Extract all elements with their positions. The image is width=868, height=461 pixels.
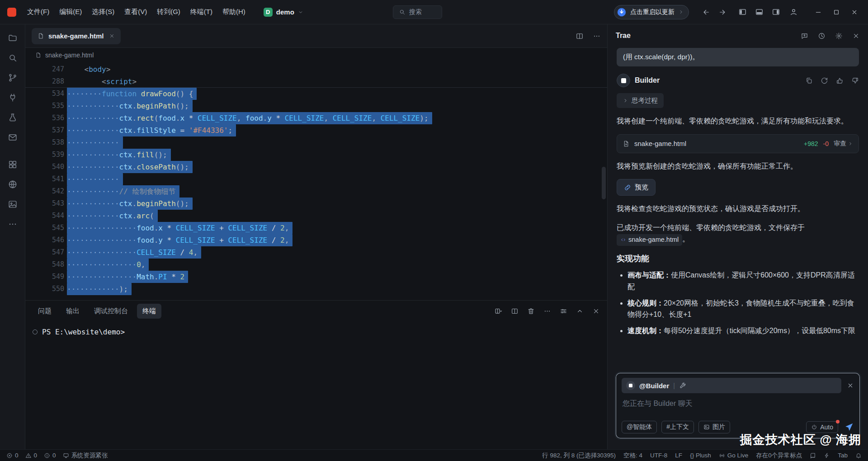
input-placeholder[interactable]: 您正在与 Builder 聊天	[623, 399, 853, 409]
menu-item[interactable]: 终端(T)	[186, 5, 217, 19]
statusbar-item[interactable]: {} Plush	[690, 452, 711, 459]
line-number[interactable]: 536	[25, 112, 64, 124]
mention-pill[interactable]: @Builder |	[622, 378, 841, 393]
code-line-542[interactable]: 542············// 绘制食物细节	[25, 185, 607, 198]
code-line-535[interactable]: 535············ctx.beginPath();	[25, 100, 607, 112]
send-icon[interactable]	[844, 422, 854, 432]
statusbar-item[interactable]: 空格: 4	[623, 452, 642, 460]
code-line-543[interactable]: 543············ctx.beginPath();	[25, 198, 607, 210]
problems-errors[interactable]: 0	[6, 452, 19, 459]
line-number[interactable]: 247	[25, 63, 64, 75]
statusbar-item[interactable]: Tab	[838, 452, 848, 459]
line-number[interactable]: 541	[25, 173, 64, 185]
code-line-539[interactable]: 539············ctx.fill();	[25, 149, 607, 161]
preview-button[interactable]: 预览	[617, 179, 656, 196]
line-number[interactable]: 535	[25, 100, 64, 112]
code-line-544[interactable]: 544············ctx.arc(	[25, 210, 607, 222]
line-number[interactable]: 534	[25, 88, 64, 100]
toggle-left-sidebar-icon[interactable]	[735, 8, 750, 16]
filter-icon[interactable]	[560, 307, 567, 315]
tools-wrench-icon[interactable]	[679, 382, 686, 389]
thumbs-down-icon[interactable]	[851, 77, 859, 85]
activitybar-explorer-icon[interactable]	[2, 28, 23, 48]
code-editor[interactable]: 247 <body>288 <script>534········functio…	[25, 62, 607, 300]
activitybar-extensions-icon[interactable]	[2, 155, 23, 174]
line-number[interactable]: 545	[25, 222, 64, 234]
toggle-bottom-panel-icon[interactable]	[752, 8, 767, 16]
statusbar-item[interactable]: Go Live	[719, 452, 749, 459]
activitybar-globe-icon[interactable]	[2, 174, 23, 194]
menu-item[interactable]: 选择(S)	[87, 5, 119, 19]
sticky-line-247[interactable]: 247 <body>	[25, 63, 607, 75]
breadcrumb[interactable]: snake-game.html	[25, 48, 607, 62]
split-editor-icon[interactable]	[576, 32, 584, 40]
code-line-547[interactable]: 547················CELL_SIZE / 4,	[25, 246, 607, 259]
line-number[interactable]: 546	[25, 234, 64, 246]
menu-item[interactable]: 文件(F)	[23, 5, 54, 19]
more-actions-icon[interactable]	[543, 307, 551, 315]
copy-icon[interactable]	[805, 77, 813, 85]
review-link[interactable]: 审查	[834, 140, 853, 148]
editor-scrollbar[interactable]	[602, 167, 606, 199]
split-terminal-icon[interactable]	[511, 307, 519, 315]
clear-mention-icon[interactable]	[847, 382, 854, 389]
toggle-right-sidebar-icon[interactable]	[769, 8, 783, 16]
inline-file-chip[interactable]: snake-game.html	[617, 234, 682, 246]
close-chat-icon[interactable]	[852, 32, 860, 40]
activitybar-mail-icon[interactable]	[2, 127, 23, 147]
statusbar-item[interactable]: 存在0个异常标点	[756, 452, 802, 460]
line-number[interactable]: 548	[25, 259, 64, 271]
line-number[interactable]: 539	[25, 149, 64, 161]
thinking-process-toggle[interactable]: 思考过程	[617, 93, 664, 108]
menu-item[interactable]: 编辑(E)	[55, 5, 86, 19]
forward-button[interactable]	[714, 8, 731, 16]
line-number[interactable]: 549	[25, 271, 64, 283]
input-chip[interactable]: 图片	[698, 421, 730, 433]
kill-terminal-icon[interactable]	[527, 307, 535, 315]
input-chip[interactable]: #上下文	[661, 421, 694, 433]
close-panel-icon[interactable]	[592, 307, 600, 315]
settings-gear-icon[interactable]	[835, 32, 843, 40]
activitybar-search-icon[interactable]	[2, 48, 23, 68]
global-search[interactable]: 搜索	[393, 5, 442, 19]
statusbar-item[interactable]	[824, 452, 830, 459]
account-icon[interactable]	[785, 8, 802, 16]
code-line-540[interactable]: 540············ctx.closePath();	[25, 161, 607, 173]
back-button[interactable]	[698, 8, 714, 16]
menu-item[interactable]: 转到(G)	[152, 5, 185, 19]
code-line-545[interactable]: 545················food.x * CELL_SIZE + …	[25, 222, 607, 234]
panel-tab-问题[interactable]: 问题	[33, 304, 57, 319]
close-window-button[interactable]	[845, 3, 863, 21]
code-line-538[interactable]: 538············	[25, 136, 607, 149]
menu-item[interactable]: 查看(V)	[120, 5, 151, 19]
activitybar-more-icon[interactable]	[2, 214, 23, 234]
problems-infos[interactable]: 0	[44, 452, 56, 459]
chat-messages[interactable]: (用 ctx.scale(dpr, dpr))。 Builder 思考过程 我将…	[608, 47, 868, 373]
panel-tab-调试控制台[interactable]: 调试控制台	[89, 304, 133, 319]
line-number[interactable]: 544	[25, 210, 64, 222]
file-change-card[interactable]: snake-game.html +982 -0 审查	[617, 134, 859, 153]
line-number[interactable]: 542	[25, 185, 64, 198]
thumbs-up-icon[interactable]	[836, 77, 844, 85]
panel-tab-终端[interactable]: 终端	[137, 304, 161, 319]
statusbar-item[interactable]	[855, 452, 862, 459]
statusbar-item[interactable]	[810, 452, 816, 459]
maximize-button[interactable]	[827, 3, 845, 21]
code-line-546[interactable]: 546················food.y * CELL_SIZE + …	[25, 234, 607, 246]
activitybar-debug-icon[interactable]	[2, 88, 23, 108]
code-line-549[interactable]: 549················Math.PI * 2	[25, 271, 607, 283]
system-resource-warning[interactable]: 系统资源紧张	[63, 452, 108, 460]
line-number[interactable]: 543	[25, 198, 64, 210]
project-switcher[interactable]: D demo	[260, 6, 307, 19]
regenerate-icon[interactable]	[821, 77, 828, 85]
maximize-panel-icon[interactable]	[576, 307, 584, 315]
sticky-line-288[interactable]: 288 <script>	[25, 75, 607, 88]
activitybar-gallery-icon[interactable]	[2, 194, 23, 214]
code-line-536[interactable]: 536············ctx.rect(food.x * CELL_SI…	[25, 112, 607, 124]
line-number[interactable]: 547	[25, 246, 64, 259]
panel-tab-输出[interactable]: 输出	[61, 304, 85, 319]
terminal[interactable]: PS E:\website\demo>	[25, 321, 607, 449]
activitybar-test-icon[interactable]	[2, 108, 23, 127]
code-line-550[interactable]: 550············);	[25, 283, 607, 295]
line-number[interactable]: 540	[25, 161, 64, 173]
